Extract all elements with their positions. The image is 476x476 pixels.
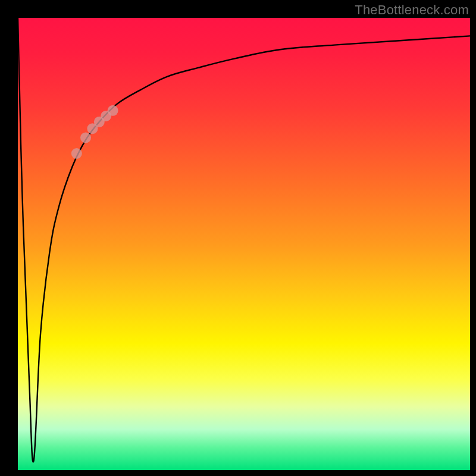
highlight-dot [71,148,82,159]
highlight-dots [71,105,118,159]
watermark-text: TheBottleneck.com [355,2,469,18]
bottleneck-curve [18,18,470,462]
curve-layer [18,18,470,470]
chart-frame: TheBottleneck.com [0,0,476,476]
plot-area [18,18,470,470]
highlight-dot [80,132,91,143]
highlight-dot [108,105,118,116]
